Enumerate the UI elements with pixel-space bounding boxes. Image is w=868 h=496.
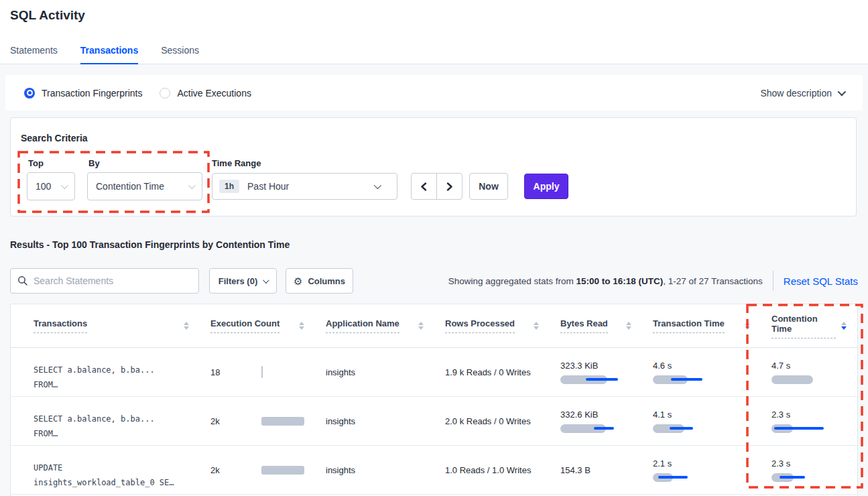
contention-time-cell: 4.7 s [761, 361, 857, 384]
bytes-read-cell: 332.6 KiB [550, 410, 642, 433]
page-header: SQL Activity Statements Transactions Ses… [0, 0, 868, 64]
contention-time-cell: 2.3 s [761, 458, 857, 482]
sort-icon[interactable] [184, 322, 189, 330]
application-name-cell: insights [315, 465, 434, 475]
execution-count-bar [261, 366, 263, 378]
sort-icon[interactable] [534, 322, 539, 330]
sql-text-line2: FROM… [34, 377, 189, 392]
sort-icon[interactable] [745, 322, 750, 330]
contention-time-cell: 2.3 s [761, 410, 857, 433]
by-label: By [88, 158, 100, 168]
results-heading: Results - Top 100 Transaction Fingerprin… [10, 239, 290, 250]
bytes-read-bar [560, 424, 631, 433]
chevron-down-icon [61, 182, 68, 189]
by-select[interactable]: Contention Time [87, 172, 202, 200]
transaction-fingerprint-cell[interactable]: SELECT a.balance, b.ba... FROM… [11, 353, 200, 392]
execution-count-cell: 18 [200, 366, 315, 378]
table-header-row: Transactions Execution Count Application… [11, 304, 857, 348]
column-header-execution-count[interactable]: Execution Count [200, 304, 315, 347]
transaction-time-cell: 2.1 s [642, 458, 761, 482]
aggregated-stats-text: Showing aggregated stats from 15:00 to 1… [448, 276, 763, 286]
table-row[interactable]: SELECT a.balance, b.ba... FROM… 18 insig… [11, 348, 857, 397]
application-name-cell: insights [315, 416, 434, 426]
sort-icon[interactable] [299, 322, 304, 330]
search-icon [17, 275, 28, 286]
column-header-rows-processed[interactable]: Rows Processed [434, 304, 550, 347]
contention-time-bar [771, 424, 847, 433]
tab-transactions[interactable]: Transactions [80, 45, 138, 64]
transaction-fingerprint-cell[interactable]: UPDATE insights_workload_table_0 SE… [11, 450, 200, 490]
page-title: SQL Activity [10, 8, 85, 23]
sql-text-line2: insights_workload_table_0 SE… [34, 475, 189, 490]
application-name-cell: insights [315, 367, 434, 377]
time-next-button[interactable] [437, 174, 462, 199]
show-description-toggle[interactable]: Show description [760, 88, 844, 99]
table-row[interactable]: SELECT a.balance, b.ba... FROM… 2k insig… [11, 397, 857, 446]
now-button[interactable]: Now [469, 173, 508, 200]
search-statements-box [10, 268, 199, 294]
divider [773, 271, 773, 291]
sql-activity-page: SQL Activity Statements Transactions Ses… [0, 0, 868, 496]
search-criteria-panel: Search Criteria Top 100 By Contention Ti… [10, 117, 857, 216]
sort-icon[interactable] [626, 322, 631, 330]
search-criteria-heading: Search Criteria [21, 133, 88, 143]
column-header-application-name[interactable]: Application Name [315, 304, 434, 347]
transaction-time-bar [653, 424, 750, 433]
column-header-bytes-read[interactable]: Bytes Read [550, 304, 642, 347]
time-prev-button[interactable] [412, 174, 437, 199]
tab-sessions[interactable]: Sessions [161, 45, 199, 64]
transactions-table: Transactions Execution Count Application… [10, 304, 858, 496]
tab-statements[interactable]: Statements [10, 45, 58, 64]
table-row[interactable]: UPDATE insights_workload_table_0 SE… 2k … [11, 446, 857, 495]
time-range-select[interactable]: 1h Past Hour [212, 173, 397, 200]
execution-count-bar [261, 466, 304, 475]
bytes-read-bar [560, 375, 631, 384]
filters-button[interactable]: Filters (0) [209, 268, 277, 294]
radio-selected-icon[interactable] [24, 88, 35, 99]
sql-text-line1: UPDATE [34, 460, 189, 475]
table-body: SELECT a.balance, b.ba... FROM… 18 insig… [11, 348, 857, 495]
chevron-down-icon [263, 277, 269, 284]
top-label: Top [28, 158, 44, 168]
chevron-down-icon [374, 182, 381, 189]
transaction-fingerprint-cell[interactable]: SELECT a.balance, b.ba... FROM… [11, 401, 200, 441]
gear-icon: ⚙ [294, 276, 302, 286]
time-range-badge: 1h [219, 180, 239, 193]
reset-sql-stats-link[interactable]: Reset SQL Stats [784, 275, 858, 287]
execution-count-cell: 2k [200, 416, 315, 426]
sql-text-line1: SELECT a.balance, b.ba... [34, 412, 189, 426]
transaction-time-bar [653, 375, 750, 384]
chevron-right-icon [445, 182, 454, 191]
rows-processed-cell: 1.9 k Reads / 0 Writes [434, 367, 550, 377]
column-header-contention-time[interactable]: Contention Time [761, 304, 857, 347]
sql-text-line2: FROM… [34, 426, 189, 441]
sql-text-line1: SELECT a.balance, b.ba... [34, 363, 189, 377]
sort-icon-active-desc[interactable] [841, 322, 847, 330]
contention-time-bar [771, 375, 847, 384]
chevron-down-icon [838, 88, 847, 97]
column-header-transaction-time[interactable]: Transaction Time [642, 304, 761, 347]
transaction-time-bar [653, 473, 750, 482]
radio-transaction-fingerprints[interactable]: Transaction Fingerprints [24, 88, 142, 99]
bytes-read-cell: 323.3 KiB [550, 361, 642, 384]
rows-processed-cell: 2.0 k Reads / 0 Writes [434, 416, 550, 426]
chevron-left-icon [420, 182, 428, 191]
apply-button[interactable]: Apply [524, 174, 568, 199]
tab-bar: Statements Transactions Sessions [10, 45, 199, 64]
time-nav-group [411, 173, 462, 200]
stats-group: Showing aggregated stats from 15:00 to 1… [448, 268, 858, 294]
rows-processed-cell: 1.0 Reads / 1.0 Writes [434, 465, 550, 475]
sort-icon[interactable] [418, 322, 424, 330]
chevron-down-icon [188, 182, 196, 189]
contention-time-bar [771, 473, 847, 482]
transaction-time-cell: 4.6 s [642, 361, 761, 384]
columns-button[interactable]: ⚙ Columns [286, 268, 353, 294]
column-header-transactions[interactable]: Transactions [11, 304, 200, 347]
radio-unselected-icon[interactable] [160, 88, 170, 99]
top-select[interactable]: 100 [27, 172, 75, 200]
radio-active-executions[interactable]: Active Executions [160, 88, 251, 99]
time-range-label: Time Range [212, 158, 261, 168]
view-toggle-bar: Transaction Fingerprints Active Executio… [5, 75, 863, 111]
search-statements-input[interactable] [10, 268, 199, 294]
execution-count-bar [261, 417, 304, 426]
